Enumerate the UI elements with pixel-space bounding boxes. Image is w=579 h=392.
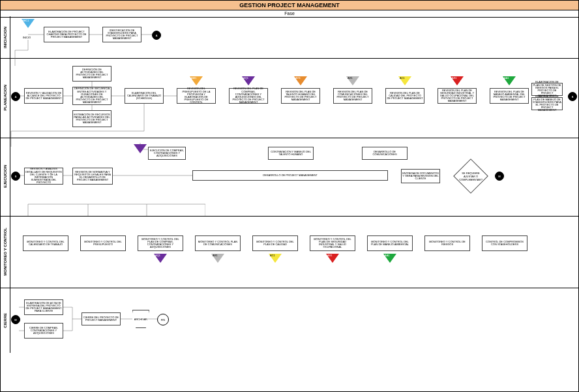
start-signal-label: AEC1	[22, 19, 29, 22]
signal-e-violet-icon	[134, 144, 147, 153]
box-m4: MONITOREO Y CONTROL PLAN DE COMUNICACION…	[195, 235, 241, 251]
box-m9: CONTROL DE COMPROMISOS CON STAKEHOLDERS	[482, 235, 527, 251]
signal-red-label: AS1	[452, 76, 457, 80]
box-m8: MONITOREO Y CONTROL DE RIESGOS	[424, 235, 470, 251]
box-e4: CONTRATACION Y MANEJO DEL TALENTO HUMANO	[268, 147, 314, 160]
diagram-container: GESTION PROJECT MANAGEMENT Fase INICIACI…	[0, 0, 579, 392]
title-bar: GESTION PROJECT MANAGEMENT	[1, 1, 578, 10]
box-p14: ELABORACION DE PLAN DE MANEJO DE STAKEHO…	[531, 97, 563, 110]
lane-ejecucion: EJECUCION B REVISION Y ANALISIS DETALLAD…	[1, 138, 578, 217]
signal-orange-label: AO1	[295, 76, 301, 80]
box-p7: REVISION DEL PLAN DE COMPRAS, CONTRATACI…	[229, 88, 268, 104]
lane-label-iniciacion: INICIACION	[1, 16, 10, 58]
signal-m-violet-label: AQ1	[155, 254, 160, 257]
signal-green-label: AA1	[504, 76, 509, 80]
box-c3: CIERRE DEL PROYECTO DE PROJECT MANAGEMEN…	[82, 312, 121, 325]
box-p6: REVISION DEL PRESUPUESTO DE LA PROPUESTA…	[177, 88, 216, 104]
box-p10: REVISION DEL PLAN DE CALIDAD DEL PROYECT…	[385, 88, 424, 104]
box-p4: ESTIMACION DE RECURSOS PARA LAS ACTIVIDA…	[72, 110, 111, 127]
box-e2: REVISION DE NORMATIVA Y REQUISITOS LEGAL…	[72, 168, 113, 185]
lane-label-cierre: CIERRE	[1, 288, 10, 353]
lane-body-monitoreo: MONITOREO Y CONTROL DEL CALENDARIO DE TR…	[10, 216, 578, 288]
box-archive: ARCHIVAR	[132, 310, 149, 328]
box-p12: REVISION DEL PLAN DE MANEJO AMBIENTAL DE…	[490, 88, 529, 104]
lane-label-monitoreo: MONITOREO Y CONTROL	[1, 216, 10, 288]
signal-gray-label: AR1	[348, 76, 353, 80]
box-p9: REVISION DEL PLAN DE COMUNICACIONES DEL …	[333, 88, 372, 104]
box-p8: REVISION DEL PLAN DE TALENTO HUMANO DEL …	[281, 88, 320, 104]
box-p2: DEFINICION DE ACTIVIDADES DEL PROYECTO D…	[72, 66, 111, 82]
box-c1: ELABORACION DE ACTA DE ENTREGA DEL PROYE…	[24, 299, 63, 315]
lane-cierre: CIERRE M ELABORACION DE ACTA DE ENTREGA …	[1, 288, 578, 353]
box-m7: MONITOREO Y CONTROL DEL PLAN DE MANEJO A…	[367, 235, 413, 251]
box-e3: EJECUCION DE COMPRAS, CONTRATACIONES Y A…	[148, 147, 186, 160]
box-project-charter: ELABORACION DE PROJECT CHARTER PARA PROY…	[44, 27, 89, 42]
box-p3: DEFINICION DE SECUENCIA ENTRE ACTIVIDADE…	[72, 87, 111, 105]
swimlanes: INICIACION AEC1 INICIO ELABORACION DE PR…	[1, 16, 578, 391]
signal-yellow-label: AC1	[400, 76, 405, 80]
lane-iniciacion: INICIACION AEC1 INICIO ELABORACION DE PR…	[1, 16, 578, 59]
connector-B-start: B	[11, 172, 20, 181]
box-m3: MONITOREO Y CONTROL DEL PLAN DE COMPRAS,…	[138, 235, 183, 251]
start-label: INICIO	[23, 36, 31, 39]
box-c2: CIERRE DE COMPRAS, CONTRATACIONES Y ADQU…	[24, 323, 63, 339]
lane-body-planeacion: A REVISION Y VALIDACION DE ALCANCE DEL P…	[10, 58, 578, 138]
connector-A-start: A	[11, 92, 20, 101]
connector-B-end: B	[568, 92, 577, 101]
signal-m-gray-label: AR1	[213, 254, 218, 257]
box-e7: ENTREGA DE DOCUMENTOS Y OBRA PARA REVISI…	[401, 169, 440, 183]
signal-m-green-label: AA1	[385, 254, 390, 257]
title-text: GESTION PROJECT MANAGEMENT	[239, 2, 340, 8]
lane-label-planeacion: PLANEACION	[1, 58, 10, 138]
box-m2: MONITOREO Y CONTROL DEL PRESUPUESTO	[80, 235, 126, 251]
lane-body-iniciacion: AEC1 INICIO ELABORACION DE PROJECT CHART…	[10, 16, 578, 58]
box-e6: DESARROLLO DE PROJECT MANAGEMENT	[192, 170, 388, 181]
box-p13: ELABORACION DE PLAN DE GESTION DE RIESGO…	[531, 83, 563, 96]
connector-M-end: M	[495, 172, 504, 181]
box-e1: REVISION Y ANALISIS DETALLADO DE REQUISI…	[24, 168, 63, 185]
signal-amber-label: AM1	[191, 76, 196, 80]
box-m1: MONITOREO Y CONTROL DEL CALENDARIO DE TR…	[23, 235, 68, 251]
lane-body-ejecucion: B REVISION Y ANALISIS DETALLADO DE REQUI…	[10, 138, 578, 216]
box-p5: ELABORACION DEL CALENDARIO DE TRABAJO (S…	[125, 88, 164, 104]
signal-m-yellow-label: AC1	[270, 254, 275, 257]
end-node: FIN	[157, 314, 169, 325]
box-p11: REVISION DEL PLAN DE SEGURIDAD INDUSTRIA…	[438, 88, 477, 104]
lane-body-cierre: M ELABORACION DE ACTA DE ENTREGA DEL PRO…	[10, 288, 578, 353]
lane-monitoreo: MONITOREO Y CONTROL MONITOREO Y CONTROL …	[1, 216, 578, 288]
lane-label-ejecucion: EJECUCION	[1, 138, 10, 216]
box-p1: REVISION Y VALIDACION DE ALCANCE DEL PRO…	[24, 88, 63, 104]
signal-violet-label: AQ1	[243, 76, 248, 80]
box-e5: DESARROLLO DE COMUNICACIONES	[362, 147, 408, 160]
box-m5: MONITOREO Y CONTROL DEL PLAN DE CALIDAD	[252, 235, 298, 251]
box-m6: MONITOREO Y CONTROL DEL PLAN DE SEGURIDA…	[310, 235, 355, 251]
lane-planeacion: PLANEACION A REVISION Y VALIDACION DE AL…	[1, 58, 578, 138]
subtitle-text: Fase	[284, 11, 295, 16]
decision-d1: SE REQUIERE AJUSTAR O COMPLEMENTAR?	[453, 158, 488, 194]
signal-m-red-label: AS1	[327, 254, 333, 257]
connector-A-end: A	[152, 31, 161, 40]
connector-M-start: M	[11, 315, 20, 324]
box-stakeholders: IDENTIFICACION DE STAKEHOLDERS PARA PROY…	[102, 27, 141, 42]
